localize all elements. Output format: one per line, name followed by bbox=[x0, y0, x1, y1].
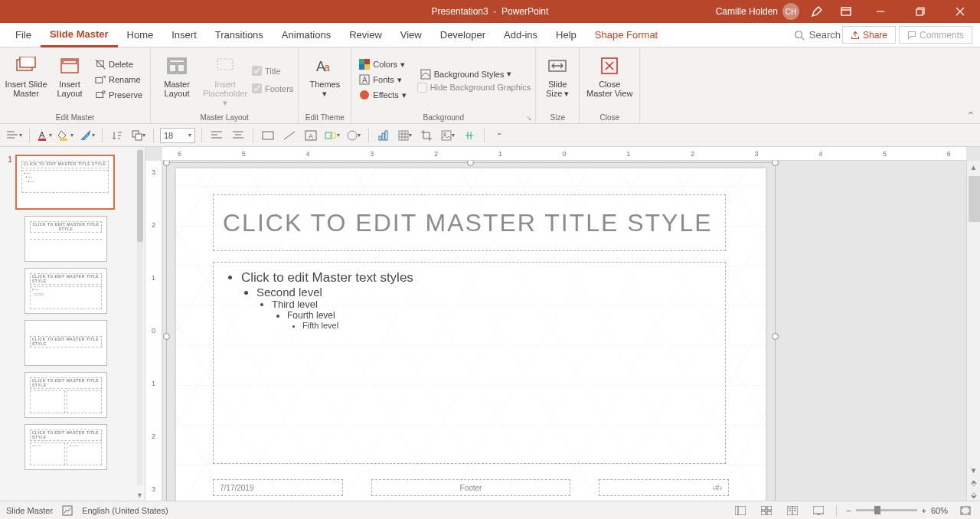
scroll-up-icon[interactable]: ▲ bbox=[967, 161, 980, 173]
table-icon[interactable]: ▾ bbox=[397, 127, 413, 144]
slide-number-placeholder[interactable]: ‹#› bbox=[599, 479, 729, 496]
thumb-layout-1[interactable]: CLICK TO EDIT MASTER TITLESTYLE bbox=[24, 216, 107, 262]
collapse-ribbon-icon[interactable]: ⌃ bbox=[966, 109, 975, 122]
tab-view[interactable]: View bbox=[391, 23, 431, 47]
line-shape-icon[interactable] bbox=[281, 127, 298, 144]
fonts-button[interactable]: AFonts ▾ bbox=[356, 73, 409, 86]
slide-master-canvas[interactable]: Click to edit Master title style Click t… bbox=[176, 168, 766, 501]
date-placeholder[interactable]: 7/17/2019 bbox=[213, 479, 343, 496]
content-placeholder[interactable]: Click to edit Master text styles Second … bbox=[213, 262, 726, 464]
rectangle-shape-icon[interactable] bbox=[260, 127, 276, 144]
hide-bg-checkbox[interactable]: Hide Background Graphics bbox=[417, 83, 531, 93]
thumb-layout-5[interactable]: CLICK TO EDIT MASTER TITLE STYLE— —— — bbox=[24, 424, 107, 470]
insert-layout-button[interactable]: Insert Layout bbox=[51, 51, 89, 109]
sort-icon[interactable] bbox=[109, 127, 126, 144]
align-center-icon[interactable] bbox=[230, 127, 247, 144]
rename-button[interactable]: Rename bbox=[92, 73, 145, 86]
title-checkbox[interactable]: Title bbox=[252, 66, 293, 76]
zoom-control[interactable]: − + 60% bbox=[846, 506, 948, 515]
bullet-3: Third level bbox=[272, 299, 713, 310]
scroll-thumb[interactable] bbox=[969, 176, 980, 222]
background-dialog-icon[interactable]: ↘ bbox=[526, 114, 532, 122]
thumb-slide-master[interactable]: CLICK TO EDIT MASTER TITLE STYLE • — • —… bbox=[15, 155, 115, 210]
accessibility-icon[interactable] bbox=[62, 505, 73, 516]
tab-transitions[interactable]: Transitions bbox=[206, 23, 273, 47]
insert-placeholder-button[interactable]: Insert Placeholder ▾ bbox=[201, 51, 249, 109]
zoom-level[interactable]: 60% bbox=[931, 506, 948, 515]
outline-color-icon[interactable]: ▾ bbox=[79, 127, 96, 144]
tab-home[interactable]: Home bbox=[118, 23, 163, 47]
sorter-view-icon[interactable] bbox=[758, 503, 775, 518]
master-layout-button[interactable]: Master Layout bbox=[155, 51, 198, 109]
comments-button[interactable]: Comments bbox=[899, 26, 972, 44]
chart-icon[interactable] bbox=[375, 127, 392, 144]
thumbs-scroll-down-icon[interactable]: ▼ bbox=[136, 491, 143, 499]
tab-help[interactable]: Help bbox=[547, 23, 586, 47]
background-styles-button[interactable]: Background Styles ▾ bbox=[417, 67, 531, 81]
minimize-button[interactable] bbox=[864, 0, 897, 23]
search-box[interactable]: Search bbox=[794, 23, 841, 47]
delete-button[interactable]: Delete bbox=[92, 57, 145, 71]
prev-slide-icon[interactable]: ⬘ bbox=[967, 476, 980, 488]
maximize-button[interactable] bbox=[903, 0, 937, 23]
thumbs-scrollbar[interactable] bbox=[137, 149, 143, 485]
more-icon[interactable]: ⁼ bbox=[491, 127, 508, 144]
thumb-layout-2[interactable]: CLICK TO EDIT MASTER TITLE STYLE• — □ □ … bbox=[24, 268, 107, 314]
crop-icon[interactable] bbox=[418, 127, 435, 144]
thumb-layout-4[interactable]: CLICK TO EDIT MASTER TITLE STYLE bbox=[24, 372, 107, 418]
tab-file[interactable]: File bbox=[6, 23, 41, 47]
effects-button[interactable]: Effects ▾ bbox=[356, 88, 409, 102]
tab-animations[interactable]: Animations bbox=[273, 23, 340, 47]
status-language[interactable]: English (United States) bbox=[82, 506, 168, 515]
thumb-layout-3[interactable]: CLICK TO EDIT MASTER TITLE STYLE bbox=[24, 320, 107, 366]
svg-rect-6 bbox=[63, 60, 77, 64]
font-color-icon[interactable]: A▾ bbox=[36, 127, 53, 144]
svg-text:a: a bbox=[324, 61, 330, 73]
footer-placeholder[interactable]: Footer bbox=[371, 479, 570, 496]
slideshow-view-icon[interactable] bbox=[810, 503, 827, 518]
align-menu-icon[interactable]: ▾ bbox=[6, 127, 23, 144]
fit-window-icon[interactable] bbox=[957, 503, 974, 518]
user-avatar: CH bbox=[782, 3, 799, 20]
zoom-in-icon[interactable]: + bbox=[922, 506, 926, 515]
close-button[interactable] bbox=[943, 0, 977, 23]
insert-slide-master-button[interactable]: Insert Slide Master bbox=[5, 51, 47, 109]
footers-checkbox[interactable]: Footers bbox=[252, 83, 293, 93]
account-user[interactable]: Camille Holden CH bbox=[716, 3, 799, 20]
normal-view-icon[interactable] bbox=[732, 503, 749, 518]
preserve-button[interactable]: Preserve bbox=[92, 88, 145, 102]
colors-button[interactable]: Colors ▾ bbox=[356, 57, 409, 71]
tab-slide-master[interactable]: Slide Master bbox=[41, 23, 118, 47]
align-left-icon[interactable] bbox=[208, 127, 225, 144]
slide-size-button[interactable]: Slide Size ▾ bbox=[541, 51, 574, 109]
tab-addins[interactable]: Add-ins bbox=[495, 23, 547, 47]
share-button[interactable]: Share bbox=[842, 26, 896, 44]
align-objects-icon[interactable] bbox=[461, 127, 478, 144]
horizontal-ruler[interactable]: 6543210123456 bbox=[162, 147, 966, 161]
next-slide-icon[interactable]: ⬙ bbox=[967, 488, 980, 501]
textbox-icon[interactable]: A bbox=[302, 127, 319, 144]
zoom-out-icon[interactable]: − bbox=[846, 506, 851, 515]
pen-icon[interactable] bbox=[805, 0, 828, 23]
vertical-ruler[interactable]: 3210123 bbox=[145, 161, 162, 501]
fill-color-icon[interactable]: ▾ bbox=[57, 127, 74, 144]
tab-developer[interactable]: Developer bbox=[431, 23, 495, 47]
shapes-icon[interactable]: ▾ bbox=[324, 127, 341, 144]
tab-review[interactable]: Review bbox=[340, 23, 391, 47]
font-size-input[interactable]: 18▾ bbox=[160, 128, 195, 143]
ribbon-display-icon[interactable] bbox=[835, 0, 858, 23]
canvas[interactable]: Click to edit Master title style Click t… bbox=[162, 161, 966, 501]
themes-button[interactable]: Aa Themes▾ bbox=[303, 51, 346, 109]
tab-insert[interactable]: Insert bbox=[162, 23, 206, 47]
close-master-view-button[interactable]: Close Master View bbox=[584, 51, 635, 109]
scroll-down-icon[interactable]: ▼ bbox=[967, 464, 980, 476]
window-title: Presentation3 - PowerPoint bbox=[432, 6, 549, 17]
picture-icon[interactable]: ▾ bbox=[439, 127, 456, 144]
title-placeholder[interactable]: Click to edit Master title style bbox=[213, 194, 726, 251]
arrange-icon[interactable]: ▾ bbox=[130, 127, 147, 144]
vertical-scrollbar[interactable]: ▲ ▼ ⬘ ⬙ bbox=[966, 161, 980, 501]
circle-icon[interactable]: ▾ bbox=[345, 127, 362, 144]
zoom-slider[interactable] bbox=[856, 509, 917, 511]
reading-view-icon[interactable] bbox=[784, 503, 801, 518]
tab-shape-format[interactable]: Shape Format bbox=[586, 23, 667, 47]
